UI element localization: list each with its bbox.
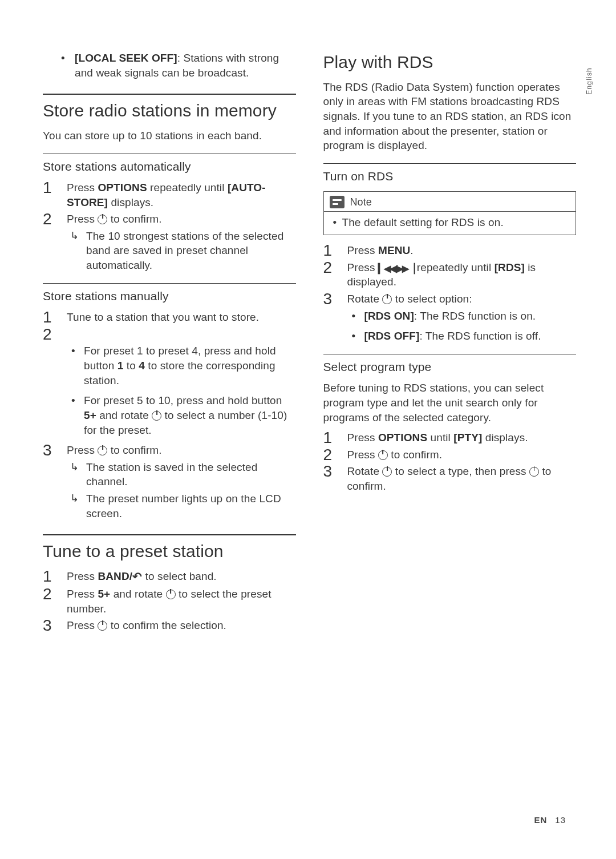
knob-icon: [378, 450, 388, 460]
text: to confirm.: [107, 444, 161, 456]
knob-icon: [382, 295, 392, 304]
local-seek-off-item: [LOCAL SEEK OFF]: Stations with strong a…: [58, 51, 296, 80]
tune-step-2: Press 5+ and rotate to select the preset…: [43, 587, 296, 616]
pty-label: [PTY]: [453, 431, 482, 443]
text: and rotate: [110, 588, 165, 600]
subsection-rule: [43, 283, 296, 284]
options-label: OPTIONS: [98, 182, 147, 193]
5plus-label: 5+: [98, 588, 110, 600]
rds-on-option: [RDS ON]: The RDS function is on.: [347, 309, 577, 324]
preset-1-4: For preset 1 to preset 4, press and hold…: [67, 344, 296, 388]
knob-icon: [98, 215, 107, 224]
store-manual-step-1: Tune to a station that you want to store…: [43, 310, 296, 325]
text: Press: [347, 431, 378, 443]
store-manual-step-2: For preset 1 to preset 4, press and hold…: [43, 327, 296, 437]
page-footer: EN13: [534, 814, 566, 826]
text: Press: [67, 213, 98, 225]
text: Press: [67, 182, 98, 193]
text: Press: [67, 619, 98, 631]
text: Press: [347, 261, 378, 273]
tune-preset-heading: Tune to a preset station: [43, 541, 296, 562]
store-manual-heading: Store stations manually: [43, 288, 296, 304]
pty-step-2: Press to confirm.: [323, 447, 577, 462]
text: to: [123, 360, 139, 372]
store-stations-desc: You can store up to 10 stations in each …: [43, 128, 296, 143]
pty-step-1: Press OPTIONS until [PTY] displays.: [323, 430, 577, 445]
rds-step-3: Rotate to select option: [RDS ON]: The R…: [323, 292, 577, 344]
right-column: Play with RDS The RDS (Radio Data System…: [323, 49, 577, 638]
tune-step-1: Press BAND/↶ to select band.: [43, 569, 296, 584]
play-rds-desc: The RDS (Radio Data System) function ope…: [323, 80, 577, 153]
text: to select a type, then press: [392, 465, 529, 477]
tune-step-3: Press to confirm the selection.: [43, 618, 296, 633]
store-auto-step-1: Press OPTIONS repeatedly until [AUTO-STO…: [43, 180, 296, 209]
play-rds-heading: Play with RDS: [323, 52, 577, 73]
auto-store-result: The 10 strongest stations of the selecte…: [69, 229, 296, 273]
select-program-type-desc: Before tuning to RDS stations, you can s…: [323, 381, 577, 425]
language-tab: English: [585, 67, 594, 95]
rds-step-1: Press MENU.: [323, 243, 577, 258]
text: Press: [347, 244, 378, 256]
section-rule: [43, 94, 296, 95]
subsection-rule: [323, 354, 577, 354]
footer-lang: EN: [534, 815, 547, 825]
back-icon: ↶: [132, 569, 142, 584]
local-seek-off-label: [LOCAL SEEK OFF]: [75, 52, 177, 64]
rds-options: [RDS ON]: The RDS function is on. [RDS O…: [347, 309, 577, 344]
store-stations-heading: Store radio stations in memory: [43, 100, 296, 122]
text: repeatedly until: [414, 261, 494, 273]
left-column: [LOCAL SEEK OFF]: Stations with strong a…: [43, 49, 296, 638]
knob-icon: [152, 411, 161, 421]
rds-step-2: Press ▎◀◀/▶▶▕ repeatedly until [RDS] is …: [323, 260, 577, 289]
text: Rotate: [347, 293, 383, 305]
store-auto-heading: Store stations automatically: [43, 159, 296, 175]
text: : The RDS function is off.: [419, 330, 541, 342]
turn-on-rds-heading: Turn on RDS: [323, 168, 577, 184]
text: For preset 5 to 10, press and hold butto…: [84, 394, 282, 406]
text: to confirm.: [107, 213, 161, 225]
knob-icon: [98, 621, 107, 631]
rds-label: [RDS]: [495, 261, 525, 273]
menu-label: MENU: [378, 244, 410, 256]
knob-icon: [166, 590, 176, 599]
note-icon: [330, 196, 345, 208]
num: 4: [139, 360, 145, 372]
band-label: BAND/: [98, 570, 132, 582]
text: displays.: [108, 196, 153, 208]
text: : The RDS function is on.: [414, 310, 536, 322]
store-auto-steps: Press OPTIONS repeatedly until [AUTO-STO…: [43, 180, 296, 273]
text: and rotate: [96, 409, 152, 421]
store-manual-step-3: Press to confirm. The station is saved i…: [43, 443, 296, 521]
subsection-rule: [323, 163, 577, 164]
knob-icon: [382, 467, 392, 477]
note-title: Note: [350, 195, 372, 209]
text: displays.: [482, 431, 528, 443]
two-column-layout: [LOCAL SEEK OFF]: Stations with strong a…: [43, 49, 576, 638]
turn-on-rds-steps: Press MENU. Press ▎◀◀/▶▶▕ repeatedly unt…: [323, 243, 577, 344]
store-manual-steps: Tune to a station that you want to store…: [43, 310, 296, 521]
text: Press: [67, 444, 98, 456]
knob-icon: [529, 467, 539, 477]
text: to select band.: [142, 570, 216, 582]
seek-icon: ▎◀◀/▶▶▕: [378, 263, 414, 275]
text: Press: [347, 449, 378, 461]
manual-result-2: The preset number lights up on the LCD s…: [69, 491, 296, 521]
label: [RDS ON]: [364, 310, 414, 322]
note-header: Note: [324, 192, 576, 211]
text: until: [427, 431, 453, 443]
manual-page: English [LOCAL SEEK OFF]: Stations with …: [0, 0, 616, 859]
result-list: The 10 strongest stations of the selecte…: [67, 229, 296, 273]
text: to select option:: [392, 293, 472, 305]
num: 5+: [84, 409, 96, 421]
section-rule: [43, 534, 296, 535]
footer-page-number: 13: [555, 815, 566, 825]
tune-preset-steps: Press BAND/↶ to select band. Press 5+ an…: [43, 569, 296, 633]
text: Press: [67, 570, 98, 582]
select-program-type-heading: Select program type: [323, 359, 577, 375]
num: 1: [117, 360, 124, 372]
knob-icon: [98, 446, 107, 455]
text: to confirm.: [388, 449, 442, 461]
text: .: [410, 244, 413, 256]
options-label: OPTIONS: [378, 431, 427, 443]
pty-step-3: Rotate to select a type, then press to c…: [323, 464, 577, 493]
